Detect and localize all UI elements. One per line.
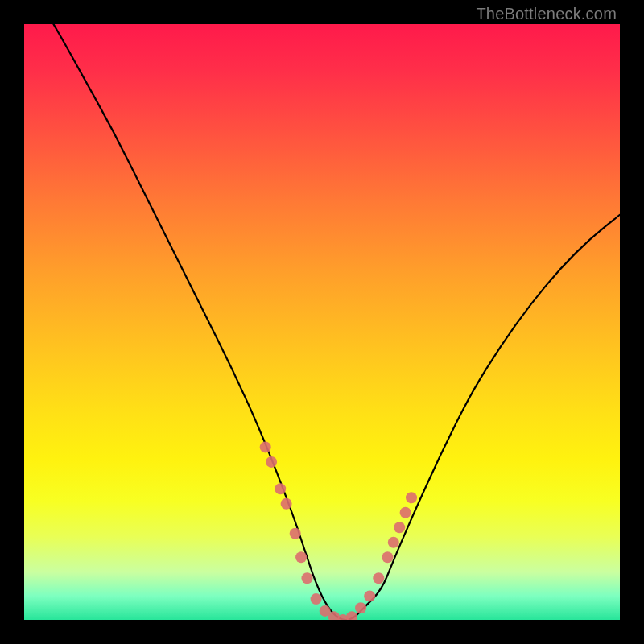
highlight-dot [260, 441, 271, 452]
highlight-dot [382, 551, 393, 563]
highlight-dot [373, 572, 384, 584]
highlight-dot [406, 492, 417, 503]
highlight-dot [364, 590, 375, 601]
highlight-dot [281, 498, 292, 510]
highlight-dot [311, 593, 322, 605]
highlight-dot [355, 602, 366, 613]
plot-area [24, 24, 620, 620]
watermark-text: TheBottleneck.com [476, 5, 617, 23]
highlight-dot [388, 537, 399, 548]
highlight-dot [302, 572, 313, 584]
highlight-dot [275, 483, 286, 494]
highlight-dot [400, 507, 411, 518]
v-curve [24, 24, 620, 620]
highlight-dot [290, 528, 301, 539]
highlight-dot [394, 522, 405, 533]
chart-svg [24, 24, 620, 620]
highlight-dot [266, 456, 277, 468]
highlight-dot [295, 551, 307, 563]
chart-container: TheBottleneck.com [0, 0, 644, 644]
highlight-dot [346, 611, 357, 620]
highlight-dots [260, 441, 417, 620]
